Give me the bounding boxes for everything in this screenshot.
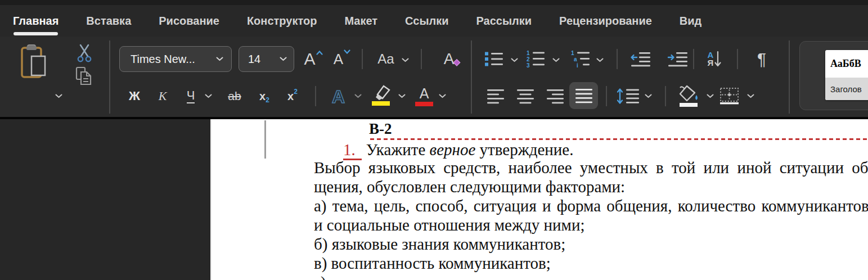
line-spacing-chevron[interactable] bbox=[644, 93, 653, 100]
italic-word: верное bbox=[430, 141, 476, 159]
bold-button[interactable]: Ж bbox=[125, 84, 144, 109]
small-divider bbox=[606, 86, 607, 106]
font-name-combo[interactable]: Times New... bbox=[119, 46, 232, 72]
small-divider bbox=[665, 86, 666, 106]
numbered-list-chevron[interactable] bbox=[551, 57, 560, 64]
underline-button[interactable]: Ч bbox=[181, 84, 200, 109]
tab-draw[interactable]: Рисование bbox=[159, 15, 219, 28]
shrink-font-button[interactable]: A bbox=[331, 46, 353, 72]
strikethrough-button[interactable]: ab bbox=[223, 84, 246, 109]
small-divider bbox=[693, 49, 694, 69]
clipboard-icon bbox=[19, 43, 48, 84]
paragraph-line: и социальные отношения между ними; bbox=[314, 215, 868, 234]
paste-dropdown-chevron[interactable] bbox=[54, 93, 63, 100]
font-size-value: 14 bbox=[248, 53, 260, 66]
line-spacing-button[interactable] bbox=[615, 84, 641, 109]
highlight-chevron[interactable] bbox=[397, 93, 406, 100]
copy-button[interactable] bbox=[75, 66, 93, 87]
shading-button[interactable] bbox=[676, 83, 702, 110]
justify-icon bbox=[575, 88, 593, 103]
tab-mailings[interactable]: Рассылки bbox=[476, 15, 532, 28]
tab-home[interactable]: Главная bbox=[13, 15, 59, 28]
font-color-swatch bbox=[415, 102, 433, 106]
svg-text:2: 2 bbox=[527, 56, 530, 62]
justify-button[interactable] bbox=[569, 82, 598, 109]
paint-bucket-icon bbox=[677, 84, 701, 109]
align-center-button[interactable] bbox=[515, 84, 536, 109]
increase-indent-button[interactable] bbox=[666, 46, 690, 72]
group-divider bbox=[789, 40, 790, 114]
paste-button[interactable] bbox=[19, 43, 48, 84]
multilevel-list-icon: 1 a i bbox=[570, 50, 591, 68]
bullet-list-button[interactable] bbox=[483, 46, 505, 72]
small-divider bbox=[362, 49, 363, 69]
tab-review[interactable]: Рецензирование bbox=[559, 15, 652, 28]
tab-layout[interactable]: Макет bbox=[344, 15, 377, 28]
font-size-combo[interactable]: 14 bbox=[239, 46, 294, 72]
underline-chevron[interactable] bbox=[204, 93, 213, 100]
styles-gallery: АаБбВ Заголов bbox=[799, 41, 868, 110]
document-page[interactable]: В-2 1.Укажите верное утверждение. Выбор … bbox=[210, 119, 868, 280]
numbered-list-icon: 1 2 3 bbox=[525, 50, 546, 68]
style-card-heading[interactable]: АаБбВ Заголов bbox=[825, 50, 868, 100]
paragraph-line: Выбор языковых средств, наиболее уместны… bbox=[314, 158, 868, 177]
sort-button[interactable]: А Я bbox=[702, 46, 727, 72]
eraser-diamond-icon bbox=[453, 58, 461, 66]
sort-arrow-icon bbox=[714, 51, 721, 67]
document-area: В-2 1.Укажите верное утверждение. Выбор … bbox=[0, 119, 868, 280]
font-name-value: Times New... bbox=[131, 53, 195, 66]
bullet-list-chevron[interactable] bbox=[510, 57, 519, 64]
svg-text:i: i bbox=[577, 62, 578, 68]
superscript-button[interactable]: x 2 bbox=[282, 84, 303, 109]
ribbon-tab-bar: Главная Вставка Рисование Конструктор Ма… bbox=[0, 5, 868, 37]
document-paragraph: Выбор языковых средств, наиболее уместны… bbox=[314, 158, 868, 280]
tab-view[interactable]: Вид bbox=[680, 15, 701, 28]
grow-font-button[interactable]: A bbox=[302, 46, 325, 72]
svg-text:3: 3 bbox=[527, 62, 530, 68]
highlighter-icon bbox=[370, 85, 393, 107]
group-divider bbox=[471, 40, 472, 114]
pilcrow-icon: ¶ bbox=[757, 49, 766, 69]
font-color-chevron[interactable] bbox=[438, 93, 447, 100]
decrease-indent-button[interactable] bbox=[629, 46, 653, 72]
multilevel-list-button[interactable]: 1 a i bbox=[569, 46, 592, 72]
change-case-chevron[interactable] bbox=[401, 57, 410, 64]
numbered-list-button[interactable]: 1 2 3 bbox=[524, 46, 547, 72]
tab-design[interactable]: Конструктор bbox=[247, 15, 317, 28]
subscript-button[interactable]: x 2 bbox=[254, 84, 275, 109]
align-left-button[interactable] bbox=[485, 84, 506, 109]
ribbon: Вставить bbox=[0, 37, 868, 117]
italic-button[interactable]: К bbox=[153, 84, 172, 109]
change-case-button[interactable]: Aa bbox=[372, 46, 399, 72]
cut-button[interactable] bbox=[76, 43, 93, 64]
tracked-change-bar bbox=[264, 120, 266, 159]
multilevel-list-chevron[interactable] bbox=[595, 57, 604, 64]
shading-chevron[interactable] bbox=[705, 93, 714, 100]
svg-text:A: A bbox=[332, 87, 345, 107]
titlebar-strip bbox=[0, 0, 868, 5]
paragraph-line: в) воспитанность коммуникантов; bbox=[314, 254, 868, 273]
font-color-button[interactable]: A bbox=[413, 84, 435, 109]
decrease-indent-icon bbox=[630, 51, 651, 67]
paragraph-line: б) языковые знания коммуникантов; bbox=[314, 234, 868, 254]
sort-letters: А Я bbox=[708, 51, 714, 67]
text-effects-button[interactable]: A bbox=[326, 84, 351, 109]
style-preview-text: АаБбВ bbox=[825, 50, 868, 78]
highlight-color-button[interactable] bbox=[369, 84, 394, 109]
tab-insert[interactable]: Вставка bbox=[86, 15, 131, 28]
show-paragraph-marks-button[interactable]: ¶ bbox=[752, 46, 772, 72]
paragraph-line-partial: г) bbox=[314, 273, 868, 280]
align-right-button[interactable] bbox=[545, 84, 566, 109]
copy-icon bbox=[75, 66, 92, 87]
borders-icon bbox=[718, 87, 741, 106]
borders-chevron[interactable] bbox=[746, 93, 755, 100]
group-divider bbox=[109, 40, 110, 114]
clear-formatting-button[interactable]: A bbox=[440, 46, 465, 72]
align-center-icon bbox=[516, 88, 534, 104]
text-effects-chevron[interactable] bbox=[353, 93, 362, 100]
line-spacing-icon bbox=[617, 88, 640, 105]
style-name-label: Заголов bbox=[825, 78, 868, 100]
borders-button[interactable] bbox=[717, 84, 743, 109]
svg-text:a: a bbox=[574, 56, 577, 62]
tab-references[interactable]: Ссылки bbox=[405, 15, 448, 28]
